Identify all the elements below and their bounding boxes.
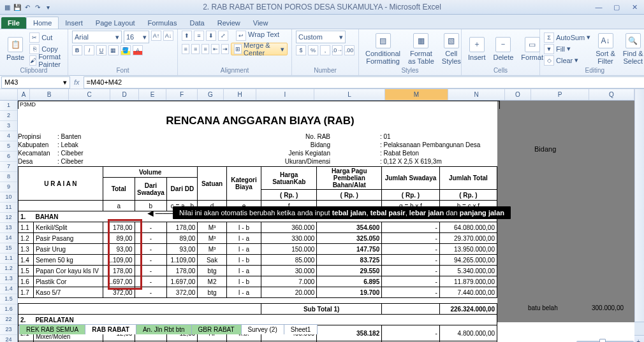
tab-file[interactable]: File [1,17,26,29]
col-D[interactable]: D [110,89,139,100]
fill-button[interactable]: ▼Fill▾ [544,44,590,54]
find-select-button[interactable]: 🔍Find & Select [620,32,644,66]
sheet-tab[interactable]: GBR RABAT [191,324,242,334]
delete-cells-button[interactable]: －Delete [491,36,516,62]
maximize-icon[interactable]: ▢ [610,3,624,11]
row-header[interactable]: 6 [0,152,17,162]
sheet-tab[interactable]: Survey (2) [241,324,284,334]
font-size-select[interactable]: 16▾ [124,31,149,43]
row-header[interactable]: 9 [0,182,17,192]
sheet-tab[interactable]: An. Jln Rbt btn [136,324,192,334]
conditional-formatting-button[interactable]: ▤Conditional Formatting [363,32,403,66]
row-header[interactable]: 1 [0,101,17,111]
row-header[interactable]: 7 [0,162,17,172]
align-bottom-icon[interactable]: ⬇ [206,31,216,41]
row-header[interactable]: 13 [0,223,17,233]
row-header[interactable]: 23 [0,325,17,335]
sheet-tab-active[interactable]: RAB RABAT [85,324,136,334]
row-header[interactable]: 5 [0,141,17,152]
row-header[interactable]: 1.6 [0,304,17,315]
fx-icon[interactable]: fx [74,78,80,86]
name-box[interactable]: M43▾ [1,76,70,89]
wrap-text-button[interactable]: Wrap Text [248,31,279,41]
number-format-select[interactable]: Custom▾ [296,31,346,43]
qat-more-icon[interactable]: ▾ [43,3,52,11]
row-header[interactable]: 22 [0,315,17,325]
tab-page-layout[interactable]: Page Layout [89,17,142,29]
row-headers[interactable]: 1234567891011121314151.11.21.31.41.51.62… [0,101,18,342]
row-header[interactable]: 1.2 [0,264,17,274]
undo-icon[interactable]: ↶ [23,3,32,11]
row-header[interactable]: 1.1 [0,253,17,264]
column-headers[interactable]: A B C D E F G H I L M N O P Q [0,89,634,101]
border-button[interactable]: ▦ [108,45,119,55]
redo-icon[interactable]: ↷ [33,3,42,11]
row-header[interactable]: 10 [0,192,17,203]
currency-icon[interactable]: $ [296,45,306,55]
font-color-button[interactable]: A [133,45,143,55]
grid[interactable]: P3MD RENCANA ANGGARAN BIAYA (RAB) Propin… [18,101,634,342]
tab-home[interactable]: Home [26,17,59,29]
align-left-icon[interactable]: ≡ [182,44,189,54]
fill-color-button[interactable]: 🪣 [121,45,131,55]
format-painter-button[interactable]: 🖌Format Painter [29,55,64,66]
close-icon[interactable]: ✕ [627,3,641,11]
tab-data[interactable]: Data [183,17,210,29]
align-center-icon[interactable]: ≡ [191,44,199,54]
merge-center-button[interactable]: ⊞Merge & Center▾ [231,43,288,55]
align-middle-icon[interactable]: ≡ [194,31,204,41]
orientation-icon[interactable]: ⤢ [218,31,228,41]
autosum-button[interactable]: ΣAutoSum▾ [544,32,590,43]
italic-button[interactable]: I [84,45,94,55]
row-header[interactable]: 1.4 [0,284,17,294]
col-O[interactable]: O [505,89,531,100]
col-E[interactable]: E [139,89,166,100]
row-header[interactable]: 14 [0,233,17,243]
row-header[interactable]: 4 [0,131,17,141]
col-M[interactable]: M [385,89,448,100]
indent-dec-icon[interactable]: ⇤ [211,44,219,54]
align-top-icon[interactable]: ⬆ [182,31,192,41]
zoom-in-icon[interactable]: + [636,338,640,342]
clear-button[interactable]: ◇Clear▾ [544,55,590,66]
vertical-scrollbar[interactable] [634,89,644,322]
row-header[interactable]: 8 [0,172,17,182]
cell-styles-button[interactable]: ▧Cell Styles [439,32,464,66]
worksheet[interactable]: A B C D E F G H I L M N O P Q 1234567891… [0,89,644,322]
cut-button[interactable]: ✂Cut [29,32,64,43]
dec-decimal-icon[interactable]: .00 [344,45,355,55]
col-G[interactable]: G [198,89,224,100]
row-header[interactable]: 2 [0,111,17,121]
formula-bar[interactable]: =M40+M42 [84,76,644,89]
format-as-table-button[interactable]: ▦Format as Table [406,32,437,66]
grow-font-icon[interactable]: A↑ [151,31,161,41]
percent-icon[interactable]: % [308,45,318,55]
row-header[interactable]: 15 [0,243,17,253]
paste-button[interactable]: 📋Paste [4,36,27,62]
col-P[interactable]: P [531,89,589,100]
underline-button[interactable]: U [96,45,106,55]
font-select[interactable]: Arial▾ [72,31,122,43]
col-H[interactable]: H [224,89,256,100]
col-L[interactable]: L [314,89,385,100]
tab-view[interactable]: View [247,17,275,29]
row-header[interactable]: 24 [0,335,17,342]
col-B[interactable]: B [30,89,69,100]
indent-inc-icon[interactable]: ⇥ [221,44,229,54]
col-A[interactable]: A [18,89,30,100]
insert-cells-button[interactable]: ＋Insert [465,36,488,62]
tab-formulas[interactable]: Formulas [142,17,184,29]
row-header[interactable]: 12 [0,213,17,223]
row-header[interactable]: 3 [0,121,17,131]
save-icon[interactable]: 💾 [13,3,22,11]
bold-button[interactable]: B [72,45,82,55]
sheet-tab[interactable]: REK RAB SEMUA [19,324,85,334]
tab-review[interactable]: Review [211,17,247,29]
row-header[interactable]: 11 [0,203,17,213]
col-F[interactable]: F [166,89,198,100]
sort-filter-button[interactable]: A↓Sort & Filter [593,32,618,66]
row-header[interactable]: 1.3 [0,274,17,284]
minimize-icon[interactable]: — [592,3,606,11]
col-I[interactable]: I [256,89,314,100]
col-Q[interactable]: Q [589,89,634,100]
